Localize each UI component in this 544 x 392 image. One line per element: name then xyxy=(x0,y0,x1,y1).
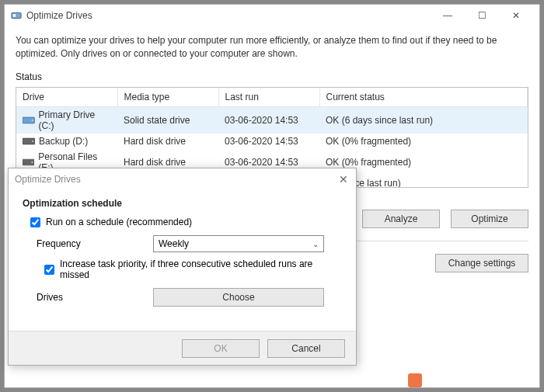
window-title: Optimize Drives xyxy=(26,10,92,21)
watermark: 头条 @ 劳资 · 蜀道三 xyxy=(408,373,536,387)
drives-label: Drives xyxy=(37,292,153,303)
choose-button[interactable]: Choose xyxy=(153,288,324,307)
col-status[interactable]: Current status xyxy=(319,88,528,107)
increase-priority-checkbox[interactable]: Increase task priority, if three consecu… xyxy=(44,258,342,280)
watermark-text: 头条 @ 劳资 · 蜀道三 xyxy=(427,373,536,387)
frequency-label: Frequency xyxy=(37,238,153,249)
svg-rect-1 xyxy=(13,14,16,17)
minimize-button[interactable]: — xyxy=(431,5,465,26)
cancel-button[interactable]: Cancel xyxy=(267,339,345,358)
status-label: Status xyxy=(16,71,528,82)
run-schedule-input[interactable] xyxy=(30,217,40,227)
run-schedule-label: Run on a schedule (recommended) xyxy=(46,217,192,227)
drive-status: OK (0% fragmented) xyxy=(319,134,528,149)
col-media[interactable]: Media type xyxy=(117,88,218,107)
svg-point-5 xyxy=(32,140,33,142)
dialog-heading: Optimization schedule xyxy=(23,198,342,209)
watermark-icon xyxy=(408,373,422,387)
ok-button[interactable]: OK xyxy=(182,339,260,358)
analyze-button[interactable]: Analyze xyxy=(362,210,440,228)
drive-name: Backup (D:) xyxy=(39,136,88,147)
drive-lastrun: 03-06-2020 14:53 xyxy=(218,106,319,134)
change-settings-button[interactable]: Change settings xyxy=(435,254,528,272)
maximize-button[interactable]: ☐ xyxy=(465,5,499,26)
svg-point-3 xyxy=(32,120,33,121)
chevron-down-icon: ⌄ xyxy=(312,240,319,248)
close-button[interactable]: ✕ xyxy=(499,5,533,26)
main-titlebar: Optimize Drives — ☐ ✕ xyxy=(5,5,539,26)
col-lastrun[interactable]: Last run xyxy=(218,88,319,107)
dialog-titlebar: Optimize Drives ✕ xyxy=(9,168,356,190)
schedule-dialog: Optimize Drives ✕ Optimization schedule … xyxy=(8,168,357,366)
increase-priority-label: Increase task priority, if three consecu… xyxy=(60,258,342,280)
dialog-title: Optimize Drives xyxy=(15,174,81,185)
svg-point-7 xyxy=(31,161,33,163)
drive-name: Primary Drive (C:) xyxy=(39,109,111,131)
app-icon xyxy=(11,10,22,21)
run-schedule-checkbox[interactable]: Run on a schedule (recommended) xyxy=(30,217,342,227)
frequency-value: Weekly xyxy=(159,238,189,249)
increase-priority-input[interactable] xyxy=(44,265,54,275)
close-icon[interactable]: ✕ xyxy=(339,173,348,186)
table-row[interactable]: Backup (D:)Hard disk drive03-06-2020 14:… xyxy=(16,134,528,149)
optimize-button[interactable]: Optimize xyxy=(451,210,528,228)
drive-media: Hard disk drive xyxy=(117,134,218,149)
col-drive[interactable]: Drive xyxy=(16,88,117,107)
description-text: You can optimize your drives to help you… xyxy=(16,34,528,61)
drive-lastrun: 03-06-2020 14:53 xyxy=(218,134,319,149)
drive-status: OK (6 days since last run) xyxy=(319,106,528,134)
frequency-select[interactable]: Weekly ⌄ xyxy=(153,235,324,252)
drive-media: Solid state drive xyxy=(117,106,218,134)
table-row[interactable]: Primary Drive (C:)Solid state drive03-06… xyxy=(16,106,528,134)
